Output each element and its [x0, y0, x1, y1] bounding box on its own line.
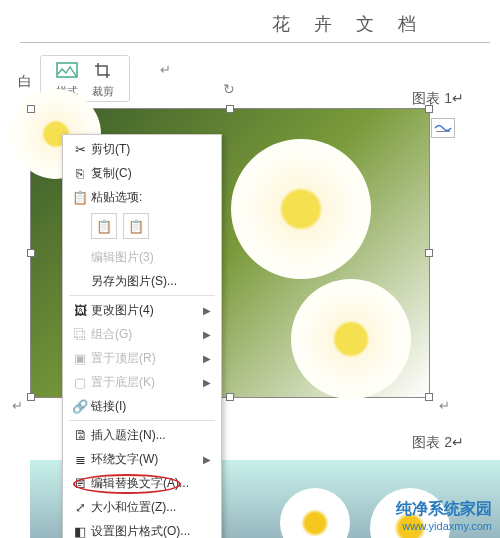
- watermark: 纯净系统家园 www.yidaxmy.com: [396, 499, 492, 532]
- change-picture-icon: 🖼: [69, 303, 91, 318]
- menu-insert-caption[interactable]: 🖺 插入题注(N)...: [63, 423, 221, 447]
- context-menu: ✂ 剪切(T) ⎘ 复制(C) 📋 粘贴选项: 📋 📋 编辑图片(3) 另存为图…: [62, 134, 222, 538]
- submenu-arrow-icon: ▶: [203, 377, 211, 388]
- menu-cut[interactable]: ✂ 剪切(T): [63, 137, 221, 161]
- caption-2: 图表 2↵: [412, 434, 464, 452]
- picture-style-icon: [56, 60, 78, 82]
- menu-group: ⿻ 组合(G) ▶: [63, 322, 221, 346]
- submenu-arrow-icon: ▶: [203, 454, 211, 465]
- menu-bring-front: ▣ 置于顶层(R) ▶: [63, 346, 221, 370]
- crop-icon: [92, 60, 114, 82]
- resize-handle-n[interactable]: [226, 105, 234, 113]
- paragraph-mark: ↵: [439, 398, 450, 413]
- svg-rect-0: [57, 63, 77, 77]
- paste-option-1[interactable]: 📋: [91, 213, 117, 239]
- paste-icon: 📋: [69, 190, 91, 205]
- menu-format-picture[interactable]: ◧ 设置图片格式(O)...: [63, 519, 221, 538]
- link-icon: 🔗: [69, 399, 91, 414]
- group-icon: ⿻: [69, 327, 91, 342]
- menu-edit-picture: 编辑图片(3): [63, 245, 221, 269]
- size-position-icon: ⤢: [69, 500, 91, 515]
- menu-separator: [69, 420, 215, 421]
- caption-icon: 🖺: [69, 428, 91, 443]
- menu-change-picture[interactable]: 🖼 更改图片(4) ▶: [63, 298, 221, 322]
- send-back-icon: ▢: [69, 375, 91, 390]
- document-title: 花卉文档: [272, 12, 440, 36]
- menu-wrap-text[interactable]: ≣ 环绕文字(W) ▶: [63, 447, 221, 471]
- watermark-url: www.yidaxmy.com: [396, 520, 492, 532]
- copy-icon: ⎘: [69, 166, 91, 181]
- svg-rect-1: [436, 131, 450, 132]
- paste-options-row: 📋 📋: [63, 209, 221, 245]
- cut-icon: ✂: [69, 142, 91, 157]
- wrap-text-icon: ≣: [69, 452, 91, 467]
- rotate-handle[interactable]: ↻: [223, 81, 237, 95]
- crop-label: 裁剪: [92, 84, 114, 99]
- caption-1: 图表 1↵: [412, 90, 464, 108]
- format-picture-icon: ◧: [69, 524, 91, 539]
- menu-copy[interactable]: ⎘ 复制(C): [63, 161, 221, 185]
- paragraph-mark: ↵: [12, 398, 23, 413]
- resize-handle-e[interactable]: [425, 249, 433, 257]
- menu-send-back: ▢ 置于底层(K) ▶: [63, 370, 221, 394]
- flower-graphic: [231, 139, 371, 279]
- resize-handle-nw[interactable]: [27, 105, 35, 113]
- resize-handle-sw[interactable]: [27, 393, 35, 401]
- menu-paste-options: 📋 粘贴选项:: [63, 185, 221, 209]
- alt-text-icon: 🖹: [69, 476, 91, 491]
- submenu-arrow-icon: ▶: [203, 329, 211, 340]
- crop-button[interactable]: 裁剪: [85, 60, 121, 99]
- menu-edit-alt-text[interactable]: 🖹 编辑替换文字(A)...: [63, 471, 221, 495]
- flower-graphic: [280, 488, 350, 538]
- resize-handle-w[interactable]: [27, 249, 35, 257]
- bring-front-icon: ▣: [69, 351, 91, 366]
- header-underline: [20, 42, 490, 43]
- resize-handle-se[interactable]: [425, 393, 433, 401]
- paragraph-mark: ↵: [160, 62, 171, 77]
- ribbon-left-label: 白: [18, 73, 32, 91]
- resize-handle-s[interactable]: [226, 393, 234, 401]
- flower-graphic: [291, 279, 411, 399]
- menu-save-as-picture[interactable]: 另存为图片(S)...: [63, 269, 221, 293]
- menu-link[interactable]: 🔗 链接(I): [63, 394, 221, 418]
- menu-separator: [69, 295, 215, 296]
- submenu-arrow-icon: ▶: [203, 305, 211, 316]
- watermark-title: 纯净系统家园: [396, 499, 492, 520]
- paste-option-2[interactable]: 📋: [123, 213, 149, 239]
- layout-options-button[interactable]: [431, 118, 455, 138]
- menu-size-position[interactable]: ⤢ 大小和位置(Z)...: [63, 495, 221, 519]
- submenu-arrow-icon: ▶: [203, 353, 211, 364]
